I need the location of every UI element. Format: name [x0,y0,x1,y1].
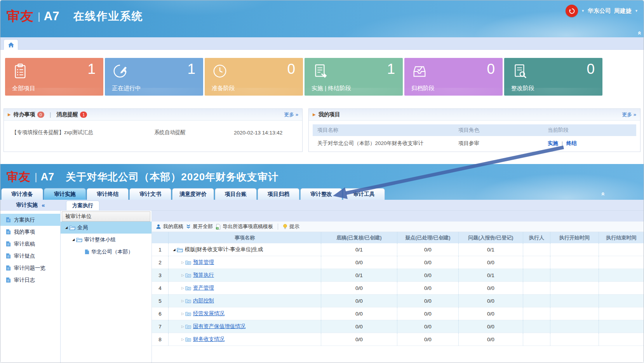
issue-count: 0/1 [458,243,523,256]
sidebar-item-label: 审计疑点 [14,253,35,260]
sidebar-item-audit-log[interactable]: 审计日志 [0,274,60,286]
card-archive[interactable]: 0 归档阶段 [404,58,503,96]
user-info[interactable]: 华东公司 周建婕 [588,7,632,15]
projects-more-link[interactable]: 更多 » [622,111,636,118]
issue-count: 0/1 [458,269,523,281]
row-collapsed-icon[interactable]: ▷ [180,260,185,264]
sidebar-collapse-icon[interactable]: « [42,202,45,208]
tree-node-audit-team[interactable]: ◢ 审计整体小组 [61,234,151,246]
folder-icon [185,260,191,265]
issue-count: 0/0 [458,320,523,333]
tab-audit-documents[interactable]: 审计文书 [129,188,171,200]
end-time-cell [599,269,644,281]
home-icon [8,42,14,48]
row-collapsed-icon[interactable]: ▷ [180,325,185,328]
user-dropdown-icon[interactable]: ▼ [635,9,638,13]
tab-audit-tools[interactable]: 审计工具 [343,188,385,200]
subtab-plan-execution[interactable]: 方案执行 [66,201,99,210]
export-template-button[interactable]: 导出所选事项底稿模板 [216,223,273,230]
collapse-tabs-icon[interactable]: « [599,192,607,195]
row-collapsed-icon[interactable]: ▷ [180,337,185,341]
draft-count: 0/1 [321,243,397,256]
card-in-progress[interactable]: 1 正在进行中 [105,58,203,96]
tree-expanded-icon[interactable]: ◢ [71,238,76,241]
matter-name-link[interactable]: 内部控制 [193,297,214,304]
issue-count: 0/0 [458,333,523,346]
card-rectification[interactable]: 0 整改阶段 [504,58,602,96]
tips-button[interactable]: 提示 [283,223,299,230]
tab-satisfaction-evaluation[interactable]: 满意度评价 [172,188,214,200]
executor-cell [523,307,550,320]
table-row[interactable]: 4 ▷ 资产管理 0/0 0/0 0/0 [152,282,644,295]
card-all-projects[interactable]: 1 全部项目 [5,58,103,96]
tree-node-global[interactable]: ◢ 全局 [61,222,151,234]
sidebar-item-label: 方案执行 [14,216,35,223]
tab-project-ledger[interactable]: 项目台账 [215,188,257,200]
tab-audit-conclusion[interactable]: 审计终结 [87,188,129,200]
row-expanded-icon[interactable]: ◢ [172,248,177,251]
card-preparation[interactable]: 0 准备阶段 [205,58,303,96]
brand-row: 审友 | A7 关于对华北公司（本部）2020年财务收支审计 [0,164,644,185]
tab-audit-implementation[interactable]: 审计实施 [44,188,86,200]
table-row[interactable]: 6 ▷ 经营发展情况 0/0 0/0 0/0 [152,307,644,320]
table-row[interactable]: 5 ▷ 内部控制 0/0 0/0 0/0 [152,295,644,307]
stage-impl-link[interactable]: 实施 [548,140,558,146]
tab-audit-preparation[interactable]: 审计准备 [1,188,43,200]
row-collapsed-icon[interactable]: ▷ [180,312,185,316]
system-title: 在线作业系统 [73,9,143,24]
card-implementation[interactable]: 1 实施 | 终结阶段 [305,58,403,96]
tab-project-archive[interactable]: 项目归档 [258,188,299,200]
start-time-cell [550,307,599,320]
expand-all-button[interactable]: 展开全部 [186,223,213,230]
sidebar-item-my-matters[interactable]: 我的事项 [0,226,60,238]
project-name[interactable]: 关于对华北公司（本部）2020年财务收支审计 [313,140,458,147]
tab-separator: | [50,112,51,118]
stage-end-link[interactable]: 终结 [566,140,577,146]
row-collapsed-icon[interactable]: ▷ [180,286,185,290]
table-row[interactable]: 7 ▷ 国有资产保值增值情况 0/0 0/0 0/0 [152,320,644,333]
tree-node-north-china-company[interactable]: 华北公司（本部） [61,246,151,258]
clipboard-icon [12,63,28,79]
tab-home[interactable] [3,39,18,50]
table-row[interactable]: 8 ▷ 财务收支情况 0/0 0/0 0/0 [152,333,644,346]
matter-name-link[interactable]: 财务收支情况 [193,336,225,343]
table-row[interactable]: 2 ▷ 预算管理 0/0 0/0 0/0 [152,256,644,269]
message-list-item[interactable]: 【专项填报任务提醒】zxp测试汇总 系统自动提醒 2020-02-13 14:1… [4,129,302,136]
todo-more-link[interactable]: 更多 » [284,111,298,118]
issue-count: 0/0 [458,282,523,294]
row-number: 3 [152,269,168,281]
matter-name-link[interactable]: 国有资产保值增值情况 [193,323,245,330]
document-icon [6,217,11,223]
tree-expanded-icon[interactable]: ◢ [64,226,69,229]
export-template-label: 导出所选事项底稿模板 [223,223,273,230]
refresh-dropdown-icon[interactable]: ▼ [581,9,585,13]
sidebar-item-audit-issues[interactable]: 审计问题一览 [0,262,60,274]
matter-name-link[interactable]: 预算管理 [193,259,214,266]
draft-count: 0/0 [321,320,397,333]
panel-arrow-icon: ▶ [8,112,11,117]
sidebar-item-audit-doubts[interactable]: 审计疑点 [0,250,60,262]
sidebar-item-plan-execution[interactable]: 方案执行 [0,214,60,226]
card-value: 1 [187,61,195,77]
matter-name-link[interactable]: 经营发展情况 [193,310,225,317]
row-number: 6 [152,307,168,320]
row-collapsed-icon[interactable]: ▷ [180,299,185,303]
row-collapsed-icon[interactable]: ▷ [180,273,185,277]
matter-name-link[interactable]: 资产管理 [193,284,214,291]
my-drafts-button[interactable]: 我的底稿 [156,223,183,230]
table-row[interactable]: 1 ◢ 模版[财务收支审计-事业单位]生成 0/1 0/0 0/1 [152,243,644,256]
tab-todo-items[interactable]: 待办事项 [14,111,35,118]
refresh-icon [569,8,575,14]
matter-name: 模版[财务收支审计-事业单位]生成 [185,246,263,253]
sidebar-item-audit-drafts[interactable]: 审计底稿 [0,238,60,250]
table-row[interactable]: 3 ▷ 预算执行 0/1 0/0 0/1 [152,269,644,282]
table-bottom-filler [152,346,644,363]
end-time-cell [599,333,644,346]
tab-audit-rectification[interactable]: 审计整改 [300,188,342,200]
document-icon [6,241,11,247]
refresh-button[interactable] [566,5,578,17]
collapse-header-icon[interactable]: « [635,31,643,35]
col-draft: 底稿(已复核/已创建) [321,232,397,243]
tab-message-reminder[interactable]: 消息提醒 [56,111,78,118]
matter-name-link[interactable]: 预算执行 [193,272,214,279]
